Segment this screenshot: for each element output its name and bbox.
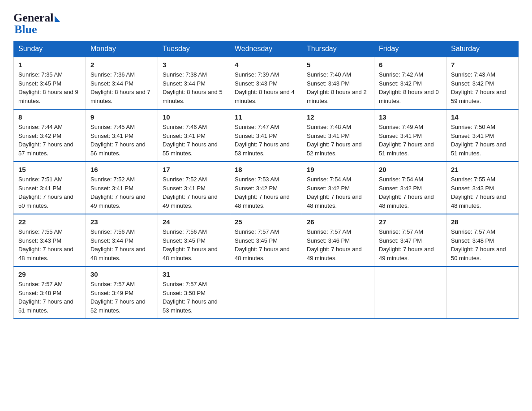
calendar-cell: 2 Sunrise: 7:36 AMSunset: 3:44 PMDayligh… [86,57,158,109]
day-info: Sunrise: 7:57 AMSunset: 3:47 PMDaylight:… [379,228,434,261]
calendar-cell: 27 Sunrise: 7:57 AMSunset: 3:47 PMDaylig… [374,214,446,266]
day-info: Sunrise: 7:52 AMSunset: 3:41 PMDaylight:… [90,176,146,209]
day-info: Sunrise: 7:43 AMSunset: 3:42 PMDaylight:… [451,71,506,104]
calendar-cell: 19 Sunrise: 7:54 AMSunset: 3:42 PMDaylig… [302,162,374,214]
day-info: Sunrise: 7:45 AMSunset: 3:41 PMDaylight:… [90,124,146,157]
day-number: 11 [235,113,297,121]
day-number: 24 [163,218,225,226]
day-number: 20 [379,166,442,173]
calendar-cell: 20 Sunrise: 7:54 AMSunset: 3:42 PMDaylig… [374,162,446,214]
calendar-cell [230,266,302,319]
calendar-cell: 3 Sunrise: 7:38 AMSunset: 3:44 PMDayligh… [158,57,230,109]
day-number: 1 [18,61,81,68]
day-info: Sunrise: 7:49 AMSunset: 3:41 PMDaylight:… [379,124,434,157]
calendar-cell: 16 Sunrise: 7:52 AMSunset: 3:41 PMDaylig… [86,162,158,214]
day-number: 15 [18,166,81,173]
calendar-cell: 15 Sunrise: 7:51 AMSunset: 3:41 PMDaylig… [14,162,86,214]
header-sunday: Sunday [14,41,86,57]
calendar-cell: 24 Sunrise: 7:56 AMSunset: 3:45 PMDaylig… [158,214,230,266]
calendar-week-row: 1 Sunrise: 7:35 AMSunset: 3:45 PMDayligh… [14,57,519,109]
day-info: Sunrise: 7:42 AMSunset: 3:42 PMDaylight:… [379,71,439,104]
day-number: 30 [90,270,153,278]
header-tuesday: Tuesday [158,41,230,57]
day-info: Sunrise: 7:57 AMSunset: 3:48 PMDaylight:… [451,228,506,261]
calendar-cell [374,266,446,319]
header-saturday: Saturday [446,41,519,57]
header-wednesday: Wednesday [230,41,302,57]
day-info: Sunrise: 7:54 AMSunset: 3:42 PMDaylight:… [379,176,434,209]
day-info: Sunrise: 7:54 AMSunset: 3:42 PMDaylight:… [307,176,362,209]
day-number: 2 [90,61,153,68]
calendar-cell: 9 Sunrise: 7:45 AMSunset: 3:41 PMDayligh… [86,109,158,162]
day-number: 10 [163,113,225,121]
day-number: 18 [235,166,297,173]
calendar-week-row: 29 Sunrise: 7:57 AMSunset: 3:48 PMDaylig… [14,266,519,319]
day-number: 27 [379,218,442,226]
day-number: 5 [307,61,369,68]
day-info: Sunrise: 7:50 AMSunset: 3:41 PMDaylight:… [451,124,506,157]
day-info: Sunrise: 7:46 AMSunset: 3:41 PMDaylight:… [163,124,218,157]
day-number: 21 [451,166,514,173]
day-info: Sunrise: 7:56 AMSunset: 3:45 PMDaylight:… [163,228,218,261]
header-friday: Friday [374,41,446,57]
day-number: 9 [90,113,153,121]
day-info: Sunrise: 7:57 AMSunset: 3:46 PMDaylight:… [307,228,362,261]
day-info: Sunrise: 7:57 AMSunset: 3:48 PMDaylight:… [18,281,73,314]
day-info: Sunrise: 7:53 AMSunset: 3:42 PMDaylight:… [235,176,290,209]
day-info: Sunrise: 7:57 AMSunset: 3:50 PMDaylight:… [163,281,218,314]
calendar-cell: 7 Sunrise: 7:43 AMSunset: 3:42 PMDayligh… [446,57,519,109]
calendar-cell: 17 Sunrise: 7:52 AMSunset: 3:41 PMDaylig… [158,162,230,214]
logo-arrow-icon [55,16,60,22]
calendar-week-row: 8 Sunrise: 7:44 AMSunset: 3:42 PMDayligh… [14,109,519,162]
calendar-cell: 1 Sunrise: 7:35 AMSunset: 3:45 PMDayligh… [14,57,86,109]
day-number: 25 [235,218,297,226]
day-number: 23 [90,218,153,226]
header-thursday: Thursday [302,41,374,57]
day-number: 12 [307,113,369,121]
calendar-cell [302,266,374,319]
calendar-cell: 23 Sunrise: 7:56 AMSunset: 3:44 PMDaylig… [86,214,158,266]
day-number: 7 [451,61,514,68]
day-info: Sunrise: 7:56 AMSunset: 3:44 PMDaylight:… [90,228,146,261]
day-number: 13 [379,113,442,121]
day-number: 17 [163,166,225,173]
calendar-cell: 12 Sunrise: 7:48 AMSunset: 3:41 PMDaylig… [302,109,374,162]
calendar-cell: 6 Sunrise: 7:42 AMSunset: 3:42 PMDayligh… [374,57,446,109]
page-header: General Blue [13,9,519,36]
day-info: Sunrise: 7:51 AMSunset: 3:41 PMDaylight:… [18,176,73,209]
header-monday: Monday [86,41,158,57]
calendar-cell: 26 Sunrise: 7:57 AMSunset: 3:46 PMDaylig… [302,214,374,266]
calendar-header-row: SundayMondayTuesdayWednesdayThursdayFrid… [14,41,519,57]
calendar-cell: 5 Sunrise: 7:40 AMSunset: 3:43 PMDayligh… [302,57,374,109]
day-number: 19 [307,166,369,173]
day-number: 8 [18,113,81,121]
calendar-cell: 13 Sunrise: 7:49 AMSunset: 3:41 PMDaylig… [374,109,446,162]
calendar-cell: 11 Sunrise: 7:47 AMSunset: 3:41 PMDaylig… [230,109,302,162]
calendar-cell: 22 Sunrise: 7:55 AMSunset: 3:43 PMDaylig… [14,214,86,266]
day-info: Sunrise: 7:52 AMSunset: 3:41 PMDaylight:… [163,176,218,209]
day-number: 6 [379,61,442,68]
calendar-cell: 4 Sunrise: 7:39 AMSunset: 3:43 PMDayligh… [230,57,302,109]
calendar-table: SundayMondayTuesdayWednesdayThursdayFrid… [13,41,519,319]
day-info: Sunrise: 7:57 AMSunset: 3:45 PMDaylight:… [235,228,290,261]
calendar-cell: 25 Sunrise: 7:57 AMSunset: 3:45 PMDaylig… [230,214,302,266]
day-number: 26 [307,218,369,226]
calendar-week-row: 22 Sunrise: 7:55 AMSunset: 3:43 PMDaylig… [14,214,519,266]
day-info: Sunrise: 7:36 AMSunset: 3:44 PMDaylight:… [90,71,150,104]
calendar-cell: 21 Sunrise: 7:55 AMSunset: 3:43 PMDaylig… [446,162,519,214]
day-info: Sunrise: 7:40 AMSunset: 3:43 PMDaylight:… [307,71,367,104]
calendar-cell: 8 Sunrise: 7:44 AMSunset: 3:42 PMDayligh… [14,109,86,162]
day-number: 28 [451,218,514,226]
calendar-cell [446,266,519,319]
day-number: 29 [18,270,81,278]
calendar-cell: 10 Sunrise: 7:46 AMSunset: 3:41 PMDaylig… [158,109,230,162]
day-number: 14 [451,113,514,121]
calendar-cell: 18 Sunrise: 7:53 AMSunset: 3:42 PMDaylig… [230,162,302,214]
day-info: Sunrise: 7:38 AMSunset: 3:44 PMDaylight:… [163,71,223,104]
day-info: Sunrise: 7:48 AMSunset: 3:41 PMDaylight:… [307,124,362,157]
calendar-cell: 30 Sunrise: 7:57 AMSunset: 3:49 PMDaylig… [86,266,158,319]
day-number: 16 [90,166,153,173]
day-number: 31 [163,270,225,278]
logo: General Blue [13,9,60,36]
day-info: Sunrise: 7:39 AMSunset: 3:43 PMDaylight:… [235,71,295,104]
